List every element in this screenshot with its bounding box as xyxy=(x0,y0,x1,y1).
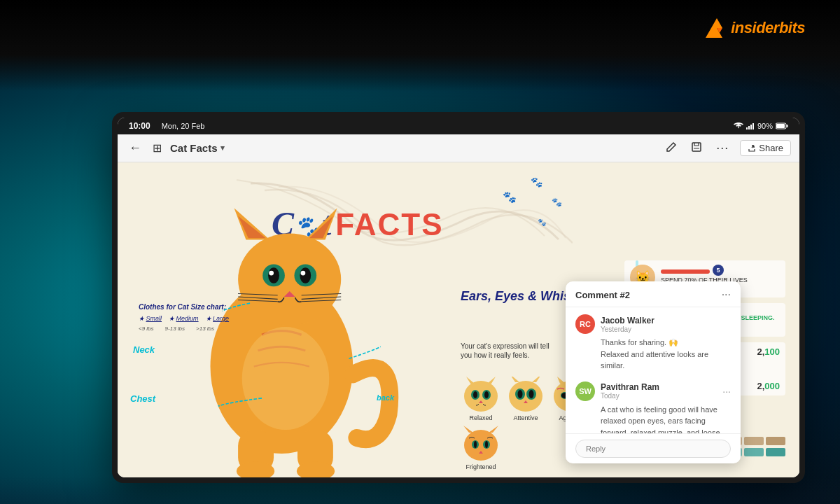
app-toolbar: ← ⊞ Cat Facts ▾ xyxy=(118,134,799,162)
svg-rect-5 xyxy=(752,123,754,130)
size-medium: ★ Medium xyxy=(169,314,199,323)
swatch-7 xyxy=(744,448,764,456)
swatch-4 xyxy=(766,437,785,445)
signal-icon xyxy=(746,122,755,130)
comment-time-1: Yesterday xyxy=(601,326,654,333)
cat-face-relaxed: Relaxed xyxy=(461,377,501,421)
top-dark-bar xyxy=(0,0,840,91)
avatar-sw: SW xyxy=(575,382,595,401)
svg-rect-2 xyxy=(746,127,748,130)
svg-rect-7 xyxy=(787,125,788,127)
svg-point-48 xyxy=(529,390,534,398)
comment-user-row-2: SW Pavithran Ram Today ··· xyxy=(575,382,731,401)
comment-text-2: A cat who is feeling good will have rela… xyxy=(601,404,731,434)
svg-point-65 xyxy=(474,441,477,448)
status-time: 10:00 xyxy=(129,121,150,131)
comment-more-button[interactable]: ··· xyxy=(722,288,731,301)
svg-rect-3 xyxy=(748,126,750,130)
panel-badge-1: 5 xyxy=(713,265,724,276)
svg-point-39 xyxy=(473,391,477,398)
status-date: Mon, 20 Feb xyxy=(162,122,205,130)
svg-point-11 xyxy=(238,233,341,325)
infographic-area: 🐾 🐾 🐾 🐾 C🐾t FACTS Clothes for Cat Size c… xyxy=(118,162,799,477)
comment-body: RC Jacob Walker Yesterday Thanks for sha… xyxy=(566,307,741,433)
expression-subtitle: Your cat's expression will tell you how … xyxy=(461,342,559,360)
size-small: ★ Small xyxy=(139,314,162,323)
comment-user-info-2: SW Pavithran Ram Today xyxy=(575,382,659,401)
svg-rect-8 xyxy=(776,124,785,128)
svg-point-31 xyxy=(242,327,329,430)
comment-item-1: RC Jacob Walker Yesterday Thanks for sha… xyxy=(575,314,731,372)
logo-area: insiderbits xyxy=(703,15,805,41)
logo-text: insiderbits xyxy=(731,19,805,37)
comment-user-info-1: RC Jacob Walker Yesterday xyxy=(575,314,654,334)
main-content: 🐾 🐾 🐾 🐾 C🐾t FACTS Clothes for Cat Size c… xyxy=(118,162,799,477)
comment-header: Comment #2 ··· xyxy=(566,281,741,307)
svg-marker-61 xyxy=(463,426,473,433)
svg-point-19 xyxy=(300,267,311,284)
edit-button[interactable] xyxy=(663,139,680,158)
avatar-rc: RC xyxy=(575,314,595,334)
cat-face-frightened: Frightened xyxy=(461,426,501,470)
comment-reply-area xyxy=(566,433,741,463)
paw-print-4: 🐾 xyxy=(538,218,546,226)
svg-point-42 xyxy=(509,381,542,412)
share-button[interactable]: Share xyxy=(740,140,791,156)
swatch-3 xyxy=(744,437,764,445)
comment-title: Comment #2 xyxy=(575,290,630,300)
document-title[interactable]: Cat Facts ▾ xyxy=(170,142,225,154)
face-label-attentive: Attentive xyxy=(505,414,546,421)
comment-item-2: SW Pavithran Ram Today ··· A cat who is … xyxy=(575,382,731,434)
comment-dots-2[interactable]: ··· xyxy=(722,386,731,397)
cat-face-attentive: Attentive xyxy=(505,377,546,421)
paw-print-3: 🐾 xyxy=(552,197,562,207)
svg-point-60 xyxy=(464,430,498,461)
svg-point-40 xyxy=(484,391,489,398)
neck-label: Neck xyxy=(133,344,155,355)
comment-user-row-1: RC Jacob Walker Yesterday xyxy=(575,314,731,334)
size-large-lbs: >13 lbs xyxy=(196,325,214,332)
svg-point-18 xyxy=(268,267,279,284)
grid-button[interactable]: ⊞ xyxy=(150,139,164,158)
title-chevron: ▾ xyxy=(220,144,225,153)
more-button[interactable]: ··· xyxy=(713,138,732,158)
comment-name-1: Jacob Walker xyxy=(601,316,654,326)
back-button[interactable]: ← xyxy=(126,138,144,158)
face-label-relaxed: Relaxed xyxy=(461,414,501,421)
paw-print-2: 🐾 xyxy=(531,176,542,188)
size-large: ★ Large xyxy=(206,314,230,323)
reply-input[interactable] xyxy=(575,440,731,458)
back-label: back xyxy=(377,393,394,402)
svg-marker-44 xyxy=(532,377,542,382)
svg-point-20 xyxy=(269,271,274,276)
size-small-lbs: <9 lbs xyxy=(139,325,154,332)
swatch-8 xyxy=(766,448,785,456)
status-bar: 10:00 Mon, 20 Feb 90% xyxy=(118,118,799,134)
save-button[interactable] xyxy=(688,139,705,158)
device-screen: 10:00 Mon, 20 Feb 90% xyxy=(118,118,799,477)
face-label-frightened: Frightened xyxy=(461,463,501,470)
comment-text-1: Thanks for sharing. 🙌Relaxed and attenti… xyxy=(601,337,731,372)
comment-panel: Comment #2 ··· RC Jacob Walker xyxy=(566,281,741,463)
svg-point-21 xyxy=(301,271,306,276)
size-medium-lbs: 9-13 lbs xyxy=(165,325,185,332)
chest-label: Chest xyxy=(130,393,155,404)
device-frame: 10:00 Mon, 20 Feb 90% xyxy=(112,112,805,483)
svg-point-34 xyxy=(464,381,498,412)
toolbar-actions: ··· Share xyxy=(663,138,791,158)
status-icons: 90% xyxy=(734,122,788,130)
svg-rect-4 xyxy=(750,125,752,130)
battery-text: 90% xyxy=(757,122,773,130)
svg-point-66 xyxy=(485,441,488,448)
comment-name-2: Pavithran Ram xyxy=(601,382,659,392)
logo-icon xyxy=(703,15,728,41)
paw-print-1: 🐾 xyxy=(503,190,517,204)
battery-icon xyxy=(776,122,788,130)
svg-rect-9 xyxy=(692,143,701,151)
svg-point-47 xyxy=(518,390,523,398)
svg-marker-62 xyxy=(489,426,498,433)
sleeping-bar xyxy=(661,270,710,274)
wifi-icon xyxy=(734,122,743,130)
svg-marker-43 xyxy=(510,377,519,382)
size-chart: Clothes for Cat Size chart: ★ Small ★ Me… xyxy=(139,302,229,332)
